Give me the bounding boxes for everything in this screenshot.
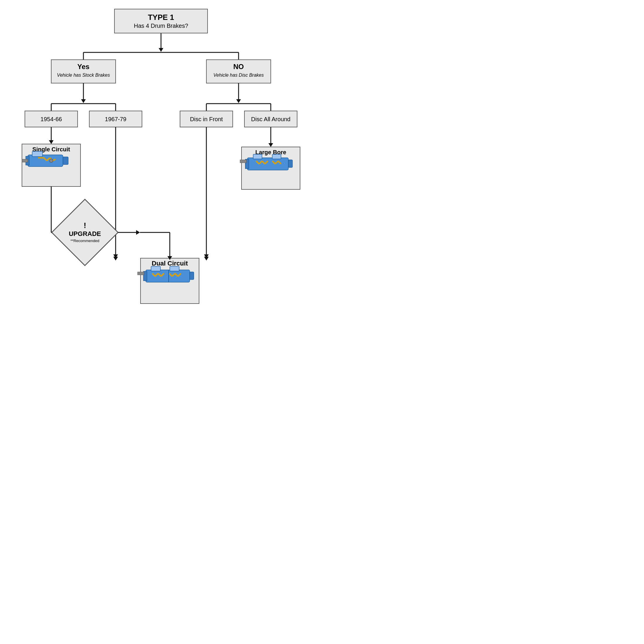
svg-marker-50 xyxy=(268,143,273,147)
svg-marker-12 xyxy=(81,99,86,103)
svg-text:1967-79: 1967-79 xyxy=(105,116,126,122)
type1-title: TYPE 1 xyxy=(122,13,200,22)
svg-text:Yes: Yes xyxy=(77,63,89,71)
svg-point-43 xyxy=(49,159,53,162)
flowchart-diagram: TYPE 1 Has 4 Drum Brakes? Yes Vehicle ha… xyxy=(6,9,316,332)
svg-text:Dual Circuit: Dual Circuit xyxy=(152,260,188,267)
svg-text:**Recommended: **Recommended xyxy=(71,239,99,243)
main-flow-svg: Yes Vehicle has Stock Brakes NO Vehicle … xyxy=(6,33,316,332)
svg-rect-86 xyxy=(190,272,194,280)
svg-rect-65 xyxy=(240,160,246,163)
svg-rect-89 xyxy=(138,272,144,275)
svg-rect-40 xyxy=(63,157,68,165)
svg-marker-92 xyxy=(204,257,209,261)
svg-rect-76 xyxy=(146,270,190,282)
svg-rect-88 xyxy=(170,266,179,271)
type1-box: TYPE 1 Has 4 Drum Brakes? xyxy=(114,9,208,33)
svg-rect-87 xyxy=(151,266,160,271)
svg-rect-53 xyxy=(247,158,288,170)
svg-text:1954-66: 1954-66 xyxy=(40,116,62,122)
svg-rect-64 xyxy=(272,154,281,159)
svg-text:UPGRADE: UPGRADE xyxy=(69,230,101,237)
svg-text:!: ! xyxy=(84,221,86,230)
svg-marker-30 xyxy=(49,140,54,144)
svg-rect-42 xyxy=(22,159,28,162)
svg-marker-91 xyxy=(113,257,118,261)
svg-rect-41 xyxy=(32,151,42,157)
svg-text:Disc in Front: Disc in Front xyxy=(190,116,223,122)
svg-marker-71 xyxy=(136,230,140,235)
svg-text:NO: NO xyxy=(233,63,244,71)
type1-subtitle: Has 4 Drum Brakes? xyxy=(122,23,200,29)
svg-text:Vehicle has Disc Brakes: Vehicle has Disc Brakes xyxy=(213,73,264,78)
svg-rect-62 xyxy=(288,160,292,167)
svg-text:Vehicle has Stock Brakes: Vehicle has Stock Brakes xyxy=(57,73,110,78)
svg-marker-1 xyxy=(159,48,163,52)
svg-marker-14 xyxy=(236,99,241,103)
svg-text:Disc All Around: Disc All Around xyxy=(251,116,291,122)
svg-rect-63 xyxy=(253,154,262,159)
